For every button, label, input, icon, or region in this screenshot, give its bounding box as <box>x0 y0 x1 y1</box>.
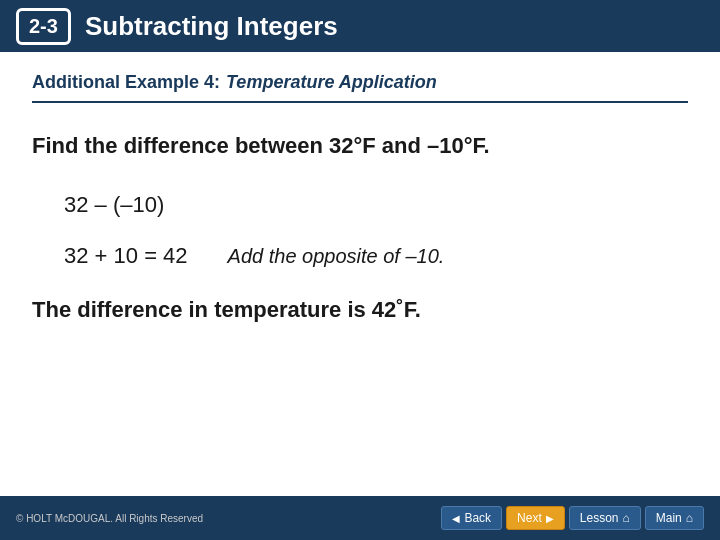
lesson-label: Lesson <box>580 511 619 525</box>
main-button[interactable]: Main ⌂ <box>645 506 704 530</box>
lesson-button[interactable]: Lesson ⌂ <box>569 506 641 530</box>
back-button[interactable]: ◀ Back <box>441 506 502 530</box>
lesson-badge: 2-3 <box>16 8 71 45</box>
footer-nav: ◀ Back Next ▶ Lesson ⌂ Main ⌂ <box>441 506 704 530</box>
header-bar: 2-3 Subtracting Integers <box>0 0 720 52</box>
main-home-icon: ⌂ <box>686 511 693 525</box>
content-area: Additional Example 4: Temperature Applic… <box>0 52 720 492</box>
back-arrow-icon: ◀ <box>452 513 460 524</box>
main-label: Main <box>656 511 682 525</box>
subtitle-row: Additional Example 4: Temperature Applic… <box>32 72 688 103</box>
footer-copyright: © HOLT McDOUGAL. All Rights Reserved <box>16 513 203 524</box>
subtitle-italic: Temperature Application <box>226 72 437 93</box>
step-2: 32 + 10 = 42 Add the opposite of –10. <box>64 243 688 269</box>
back-label: Back <box>464 511 491 525</box>
conclusion: The difference in temperature is 42˚F. <box>32 297 688 323</box>
step-2-note: Add the opposite of –10. <box>228 245 445 268</box>
next-arrow-icon: ▶ <box>546 513 554 524</box>
step-1: 32 – (–10) <box>64 190 688 221</box>
lesson-home-icon: ⌂ <box>622 511 629 525</box>
main-question: Find the difference between 32°F and –10… <box>32 131 688 162</box>
next-label: Next <box>517 511 542 525</box>
header-title: Subtracting Integers <box>85 11 338 42</box>
step-2-math: 32 + 10 = 42 <box>64 243 188 269</box>
step-1-math: 32 – (–10) <box>64 192 164 217</box>
subtitle-bold: Additional Example 4: <box>32 72 220 93</box>
footer: © HOLT McDOUGAL. All Rights Reserved ◀ B… <box>0 496 720 540</box>
next-button[interactable]: Next ▶ <box>506 506 565 530</box>
